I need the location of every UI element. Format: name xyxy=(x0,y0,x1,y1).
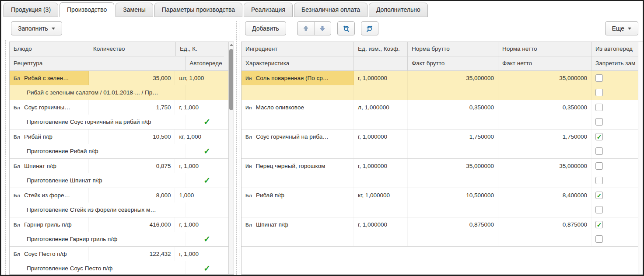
gross-norm-cell[interactable]: 0,350000 xyxy=(408,100,498,115)
forbid-replace-checkbox[interactable] xyxy=(595,89,603,96)
dish-recipe-row[interactable]: Приготовление Шпинат п/ф ✓ xyxy=(10,173,228,188)
net-norm-cell[interactable]: 1,750000 xyxy=(498,129,592,144)
from-auto-checkbox[interactable] xyxy=(595,162,603,170)
column-header-forbid-replace[interactable]: Запретить зам xyxy=(592,56,640,71)
dish-main-row[interactable]: Бл Стейк из форе… 8,000 1,000 xyxy=(10,188,228,203)
dish-quantity-cell[interactable]: 1,750 xyxy=(89,100,175,115)
column-header-auto-transfer[interactable]: Автопереде xyxy=(186,56,228,71)
ingredient-name-cell[interactable]: Бл Рибай п/ф xyxy=(242,188,354,203)
forbid-replace-cell[interactable] xyxy=(592,203,640,217)
dish-unit-cell[interactable]: кг, 1,000 xyxy=(175,129,228,144)
tab[interactable]: Производство xyxy=(60,2,114,17)
column-header-dish[interactable]: Блюдо xyxy=(10,42,89,56)
ingredient-unit-cell[interactable]: г, 1,000000 xyxy=(354,129,408,144)
forbid-replace-checkbox[interactable] xyxy=(595,235,603,243)
ingredient-row-pair[interactable]: Бл Шпинат п/ф г, 1,000000 0,875000 0,875… xyxy=(242,217,643,247)
column-header-net-fact[interactable]: Факт нетто xyxy=(498,56,592,71)
from-auto-checkbox[interactable] xyxy=(595,133,603,140)
gross-norm-cell[interactable]: 35,000000 xyxy=(408,71,498,85)
dish-unit-cell[interactable]: г, 1,000 xyxy=(175,100,228,115)
ingredient-main-row[interactable]: Бл Рибай п/ф кг, 1,000000 10,500000 8,40… xyxy=(242,188,643,203)
dish-name-cell[interactable]: Бл Соус горчичны… xyxy=(10,100,89,115)
column-header-ingredient[interactable]: Ингредиент xyxy=(242,42,354,56)
gross-fact-cell[interactable] xyxy=(408,173,498,188)
recipe-cell[interactable]: Рибай с зеленым салатом / 01.01.2018-...… xyxy=(10,85,186,100)
ingredient-unit-cell[interactable]: г, 1,000000 xyxy=(354,159,408,173)
ingredient-main-row[interactable]: Бл Соус горчичный на риба… г, 1,000000 1… xyxy=(242,129,643,144)
dish-name-cell[interactable]: Бл Рибай п/ф xyxy=(10,129,89,144)
forbid-replace-cell[interactable] xyxy=(592,173,640,188)
auto-transfer-cell[interactable]: ✓ xyxy=(186,232,228,246)
recipe-cell[interactable]: Приготовление Соус горчичный на рибай п/… xyxy=(10,115,186,129)
auto-transfer-cell[interactable]: ✓ xyxy=(186,173,228,188)
ingredient-characteristic-row[interactable] xyxy=(242,115,643,129)
dish-recipe-row[interactable]: Приготовление Рибай п/ф ✓ xyxy=(10,144,228,158)
forbid-replace-checkbox[interactable] xyxy=(595,177,603,184)
fill-button[interactable]: Заполнить xyxy=(11,21,62,35)
dish-quantity-cell[interactable]: 416,000 xyxy=(89,217,175,232)
dish-quantity-cell[interactable]: 8,000 xyxy=(89,188,175,203)
dish-name-cell[interactable]: Бл Рибай с зелен… xyxy=(10,71,89,85)
ingredient-row-pair[interactable]: Бл Соус горчичный на риба… г, 1,000000 1… xyxy=(242,129,643,159)
from-auto-cell[interactable] xyxy=(592,71,640,85)
column-header-unit[interactable]: Ед., К. xyxy=(176,42,224,56)
gross-fact-cell[interactable] xyxy=(408,115,498,129)
ingredient-name-cell[interactable]: Ин Масло оливковое xyxy=(242,100,354,115)
empty-cell[interactable] xyxy=(354,115,408,129)
add-button[interactable]: Добавить xyxy=(245,21,286,35)
column-header-quantity[interactable]: Количество xyxy=(89,42,176,56)
forbid-replace-checkbox[interactable] xyxy=(595,147,603,155)
dish-row-pair[interactable]: Бл Соус Песто п/ф 122,432 г, 1,000 Приго… xyxy=(10,247,228,275)
net-norm-cell[interactable]: 0,350000 xyxy=(498,100,592,115)
characteristic-cell[interactable] xyxy=(242,144,354,158)
column-header-characteristic[interactable]: Характеристика xyxy=(242,56,354,71)
dish-name-cell[interactable]: Бл Шпинат п/ф xyxy=(10,159,89,173)
column-header-recipe[interactable]: Рецептура xyxy=(10,56,186,71)
empty-cell[interactable] xyxy=(354,85,408,100)
tab[interactable]: Продукция (3) xyxy=(4,3,58,17)
scrollbar-thumb[interactable] xyxy=(229,49,233,110)
net-norm-cell[interactable]: 35,000000 xyxy=(498,159,592,173)
dish-recipe-row[interactable]: Приготовление Гарнир гриль п/ф ✓ xyxy=(10,232,228,246)
forbid-replace-checkbox[interactable] xyxy=(595,118,603,126)
dishes-scrollbar[interactable] xyxy=(228,42,234,274)
tab[interactable]: Дополнительно xyxy=(369,3,428,17)
ingredient-characteristic-row[interactable] xyxy=(242,85,643,100)
ingredient-name-cell[interactable]: Ин Соль поваренная (По ср… xyxy=(242,71,354,85)
ingredient-characteristic-row[interactable] xyxy=(242,232,643,246)
tab[interactable]: Безналичная оплата xyxy=(294,3,368,17)
forbid-replace-cell[interactable] xyxy=(592,144,640,158)
net-fact-cell[interactable] xyxy=(498,144,592,158)
tab[interactable]: Параметры производства xyxy=(154,3,242,17)
ingredient-characteristic-row[interactable] xyxy=(242,203,643,217)
gross-fact-cell[interactable] xyxy=(408,144,498,158)
from-auto-checkbox[interactable] xyxy=(595,221,603,228)
dish-recipe-row[interactable]: Приготовление Соус горчичный на рибай п/… xyxy=(10,115,228,129)
dish-quantity-cell[interactable]: 10,500 xyxy=(89,129,175,144)
net-fact-cell[interactable] xyxy=(498,85,592,100)
dish-name-cell[interactable]: Бл Соус Песто п/ф xyxy=(10,247,89,261)
ingredient-row-pair[interactable]: Ин Масло оливковое л, 1,000000 0,350000 … xyxy=(242,100,643,129)
forbid-replace-cell[interactable] xyxy=(592,232,640,246)
net-fact-cell[interactable] xyxy=(498,115,592,129)
auto-transfer-cell[interactable]: ✓ xyxy=(186,144,228,158)
recipe-cell[interactable]: Приготовление Соус Песто п/ф xyxy=(10,261,186,275)
dish-row-pair[interactable]: Бл Шпинат п/ф 0,875 г, 1,000 Приготовлен… xyxy=(10,159,228,188)
dish-row-pair[interactable]: Бл Соус горчичны… 1,750 г, 1,000 Пригото… xyxy=(10,100,228,129)
ingredient-row-pair[interactable]: Ин Перец черный, горошком г, 1,000000 35… xyxy=(242,159,643,188)
dish-main-row[interactable]: Бл Гарнир гриль п/ф 416,000 г, 1,000 xyxy=(10,217,228,232)
forbid-replace-cell[interactable] xyxy=(592,115,640,129)
dish-unit-cell[interactable]: шт, 1,000 xyxy=(175,71,228,85)
dish-row-pair[interactable]: Бл Рибай п/ф 10,500 кг, 1,000 Приготовле… xyxy=(10,129,228,159)
dish-recipe-row[interactable]: Рибай с зеленым салатом / 01.01.2018-...… xyxy=(10,85,228,100)
tab[interactable]: Реализация xyxy=(244,3,293,17)
dish-unit-cell[interactable]: г, 1,000 xyxy=(175,159,228,173)
more-button[interactable]: Еще xyxy=(605,21,639,35)
ingredient-main-row[interactable]: Бл Шпинат п/ф г, 1,000000 0,875000 0,875… xyxy=(242,217,643,232)
net-norm-cell[interactable]: 8,400000 xyxy=(498,188,592,203)
ingredient-characteristic-row[interactable] xyxy=(242,173,643,188)
forbid-replace-checkbox[interactable] xyxy=(595,206,603,213)
left-edge-splitter[interactable] xyxy=(5,40,6,275)
column-header-net-norm[interactable]: Норма нетто xyxy=(498,42,592,56)
dish-main-row[interactable]: Бл Шпинат п/ф 0,875 г, 1,000 xyxy=(10,159,228,173)
